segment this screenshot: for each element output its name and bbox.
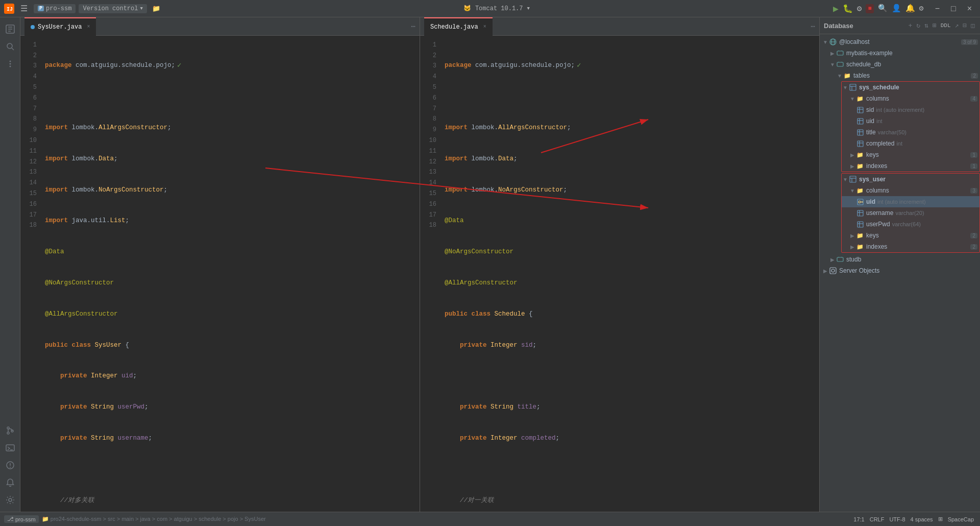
db-diagram-icon[interactable]: ⊞ [932, 20, 938, 31]
charset-status[interactable]: UTF-8 [887, 516, 907, 522]
db-ddl-icon[interactable]: DDL [940, 21, 952, 30]
db-table-sys-user[interactable]: ▼ sys_user [842, 174, 979, 185]
activity-notifications-icon[interactable] [3, 475, 18, 490]
status-bar-left: ⎇ pro-ssm 📁 pro24-schedule-ssm > src > m… [4, 515, 847, 523]
folder-icon[interactable]: 📁 [152, 5, 160, 13]
db-export-icon[interactable]: ↗ [954, 20, 960, 31]
git-branch-status[interactable]: ⎇ pro-ssm [4, 515, 39, 523]
activity-terminal-icon[interactable] [3, 440, 18, 456]
expand-arrow[interactable]: ▼ [849, 188, 856, 194]
db-col-user-uid[interactable]: uid int (auto increment) [842, 196, 979, 207]
expand-arrow[interactable]: ▶ [849, 152, 856, 158]
db-keys-user-folder[interactable]: ▶ 📁 keys 2 [842, 230, 979, 241]
run-icon[interactable]: ▶ [833, 3, 839, 14]
svg-rect-43 [850, 176, 856, 182]
close-button[interactable]: × [963, 3, 976, 14]
right-code-area[interactable]: 1 2 3 4 5 6 7 8 9 10 11 12 13 14 [420, 36, 819, 512]
search-icon[interactable]: 🔍 [878, 4, 888, 13]
db-table-sys-schedule[interactable]: ▼ sys_schedule [842, 82, 979, 93]
sys-schedule-label: sys_schedule [859, 84, 977, 91]
indent-status[interactable]: 4 spaces [909, 516, 935, 522]
db-schema-studb[interactable]: ▶ studb [820, 254, 980, 265]
db-col-sid[interactable]: sid int (auto increment) [842, 104, 979, 115]
expand-arrow[interactable]: ▼ [836, 73, 843, 79]
right-pane-more[interactable]: ⋯ [811, 22, 815, 31]
activity-project-icon[interactable] [3, 21, 18, 37]
columns-label: columns [866, 187, 968, 194]
db-col-uid[interactable]: uid int [842, 115, 979, 127]
left-pane-more[interactable]: ⋯ [411, 22, 415, 31]
minimize-button[interactable]: − [931, 3, 944, 14]
schedule-tab[interactable]: Schedule.java × [424, 17, 493, 36]
db-col-completed[interactable]: completed int [842, 138, 979, 149]
position-status[interactable]: 17:1 [851, 516, 866, 522]
expand-arrow[interactable]: ▶ [829, 257, 836, 262]
left-code-area[interactable]: 1 2 3 4 5 6 7 8 9 10 11 12 13 14 [20, 36, 420, 512]
code-line: private String title; [445, 402, 815, 413]
project-path-status[interactable]: 📁 pro24-schedule-ssm > src > main > java… [40, 515, 268, 523]
db-schema-schedule[interactable]: ▼ schedule_db [820, 59, 980, 70]
expand-arrow[interactable]: ▶ [849, 163, 856, 169]
activity-dots-icon[interactable] [3, 56, 18, 71]
svg-point-6 [7, 43, 12, 49]
crlf-status[interactable]: CRLF [868, 516, 887, 522]
debug-icon[interactable]: 🐛 [843, 4, 853, 14]
db-sidebar-icon[interactable]: ◫ [970, 20, 976, 31]
db-col-userpwd[interactable]: userPwd varchar(64) [842, 219, 979, 230]
preferences-icon[interactable]: ⚙ [919, 4, 924, 13]
expand-arrow[interactable]: ▶ [829, 51, 836, 56]
hamburger-menu[interactable]: ☰ [17, 3, 31, 15]
db-tables-folder[interactable]: ▼ 📁 tables 2 [820, 70, 980, 81]
tomcat-dropdown[interactable]: ▼ [527, 6, 530, 11]
code-line: package com.atguigu.schedule.pojo;✓ [445, 60, 815, 71]
indent-label: 4 spaces [911, 516, 933, 522]
server-objects-label: Server Objects [839, 267, 978, 274]
notifications-icon[interactable]: 🔔 [905, 4, 915, 13]
db-add-icon[interactable]: + [907, 21, 913, 31]
sysuser-tab-close[interactable]: × [87, 24, 90, 30]
settings-icon[interactable]: ⚙ [857, 4, 862, 14]
db-server-objects[interactable]: ▶ Server Objects [820, 265, 980, 276]
expand-arrow[interactable]: ▶ [822, 268, 829, 274]
db-server-localhost[interactable]: ▼ @localhost 3 of 9 [820, 36, 980, 47]
expand-arrow[interactable]: ▼ [849, 96, 856, 102]
spacecap-status[interactable]: SpaceCap [946, 516, 976, 522]
activity-problems-icon[interactable] [3, 458, 18, 473]
expand-arrow[interactable]: ▶ [849, 244, 856, 250]
db-columns-schedule-folder[interactable]: ▼ 📁 columns 4 [842, 93, 979, 104]
project-selector[interactable]: P pro-ssm [34, 4, 76, 13]
sysuser-tab[interactable]: SysUser.java × [24, 17, 96, 36]
svg-point-47 [859, 201, 861, 203]
db-sync-icon[interactable]: ⇅ [923, 20, 929, 31]
expand-arrow[interactable]: ▶ [849, 233, 856, 238]
db-columns-user-folder[interactable]: ▼ 📁 columns 3 [842, 185, 979, 196]
db-col-username[interactable]: username varchar(20) [842, 207, 979, 219]
activity-find-icon[interactable] [3, 39, 18, 54]
schedule-tab-close[interactable]: × [483, 24, 486, 30]
db-refresh-icon[interactable]: ↻ [915, 20, 921, 31]
activity-git-icon[interactable] [3, 423, 18, 438]
expand-arrow[interactable]: ▼ [842, 177, 849, 182]
toolbar-right: ▶ 🐛 ⚙ ■ 🔍 👤 🔔 ⚙ [833, 3, 924, 14]
left-code-content: package com.atguigu.schedule.pojo;✓ impo… [41, 36, 420, 512]
svg-rect-26 [837, 51, 843, 55]
db-indexes-user-folder[interactable]: ▶ 📁 indexes 2 [842, 241, 979, 252]
db-keys-schedule-folder[interactable]: ▶ 📁 keys 1 [842, 149, 979, 160]
expand-arrow[interactable]: ▼ [842, 85, 849, 90]
columns-badge: 3 [970, 188, 977, 194]
layout-status[interactable]: ⊞ [936, 516, 945, 522]
user-icon[interactable]: 👤 [892, 4, 901, 13]
keys-badge: 1 [970, 152, 977, 158]
db-schema-mybatis[interactable]: ▶ mybatis-example [820, 47, 980, 59]
db-indexes-schedule-folder[interactable]: ▶ 📁 indexes 1 [842, 160, 979, 172]
stop-icon[interactable]: ■ [866, 4, 873, 13]
maximize-button[interactable]: □ [947, 3, 960, 14]
svg-point-12 [7, 432, 9, 434]
activity-bar [0, 17, 20, 512]
activity-settings-icon[interactable] [3, 492, 18, 508]
expand-arrow[interactable]: ▼ [822, 39, 829, 45]
db-col-title[interactable]: title varchar(50) [842, 127, 979, 138]
expand-arrow[interactable]: ▼ [829, 62, 836, 67]
db-filter-icon[interactable]: ⊟ [962, 20, 968, 31]
version-control-btn[interactable]: Version control ▼ [79, 4, 146, 13]
